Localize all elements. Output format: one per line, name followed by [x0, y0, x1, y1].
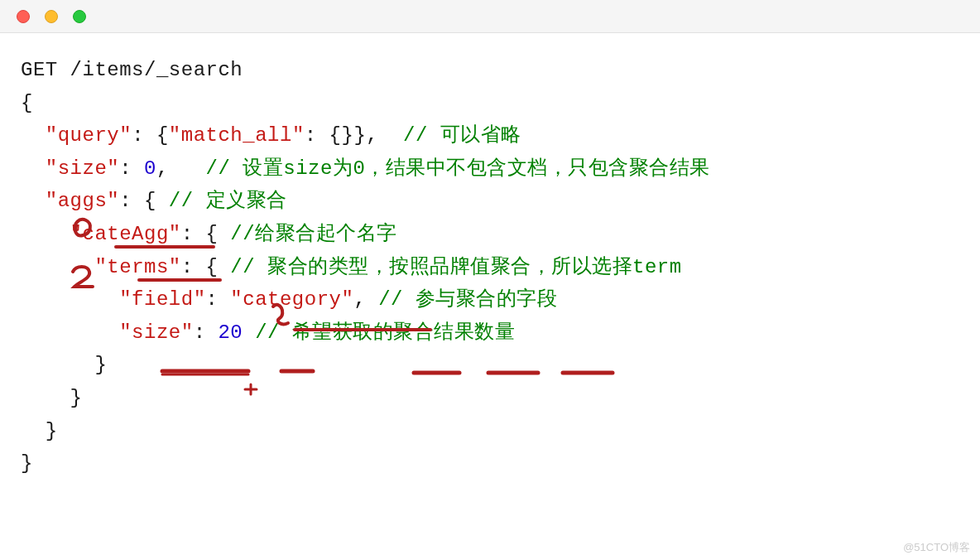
json-key: "match_all": [169, 124, 305, 147]
code-line: }: [21, 447, 959, 480]
comment: // 希望获取的聚合结果数量: [255, 321, 515, 344]
json-key: "aggs": [46, 190, 119, 212]
code-editor: GET /items/_search { "query": {"match_al…: [0, 33, 980, 501]
brace: }: [21, 420, 58, 442]
json-number: 20: [218, 321, 243, 344]
comment: // 设置size为0，结果中不包含文档，只包含聚合结果: [206, 157, 710, 180]
maximize-icon[interactable]: [73, 10, 86, 23]
code-line: "query": {"match_all": {}}, // 可以省略: [21, 119, 959, 152]
json-key: "field": [119, 288, 205, 311]
code-line: GET /items/_search: [21, 54, 959, 87]
json-key: "size": [119, 321, 193, 344]
json-string: "category": [230, 288, 353, 311]
json-number: 0: [144, 157, 156, 180]
window-titlebar: [0, 0, 980, 33]
minimize-icon[interactable]: [45, 10, 58, 23]
comment: // 参与聚合的字段: [378, 288, 557, 311]
json-key: "terms": [94, 256, 180, 278]
code-line: "aggs": { // 定义聚合: [21, 185, 959, 218]
json-key: "cateAgg": [70, 223, 181, 245]
code-line: "terms": { // 聚合的类型，按照品牌值聚合，所以选择term: [21, 251, 959, 284]
brace: }: [21, 452, 33, 475]
code-line: }: [21, 415, 959, 448]
comment: // 定义聚合: [169, 190, 287, 212]
brace: }: [21, 387, 83, 409]
json-key: "size": [46, 157, 119, 180]
code-line: "field": "category", // 参与聚合的字段: [21, 283, 959, 316]
code-line: "size": 20 // 希望获取的聚合结果数量: [21, 316, 959, 350]
code-line: {: [21, 87, 959, 120]
code-line: }: [21, 382, 959, 415]
watermark: @51CTO博客: [903, 540, 970, 555]
brace: }: [21, 354, 107, 376]
comment: //给聚合起个名字: [230, 223, 396, 245]
comment: // 聚合的类型，按照品牌值聚合，所以选择term: [230, 256, 681, 278]
request-line: GET /items/_search: [21, 59, 243, 81]
code-line: }: [21, 349, 959, 382]
brace: {: [21, 92, 33, 114]
code-line: "size": 0, // 设置size为0，结果中不包含文档，只包含聚合结果: [21, 152, 959, 186]
code-line: "cateAgg": { //给聚合起个名字: [21, 218, 959, 251]
close-icon[interactable]: [17, 10, 30, 23]
comment: // 可以省略: [403, 124, 521, 147]
json-key: "query": [46, 124, 132, 147]
